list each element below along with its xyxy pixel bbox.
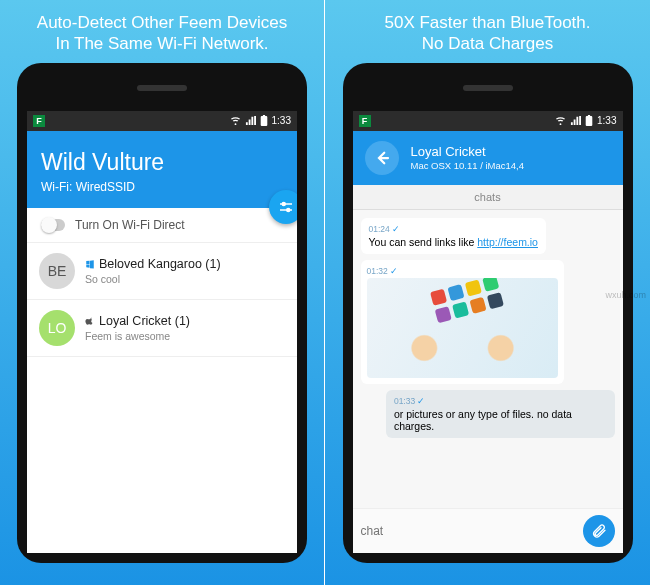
chat-app-bar: Loyal Cricket Mac OSX 10.11 / iMac14,4 xyxy=(353,131,623,185)
chat-peer-device: Mac OSX 10.11 / iMac14,4 xyxy=(411,160,525,171)
signal-icon xyxy=(570,115,581,126)
check-icon: ✓ xyxy=(417,396,425,406)
arrow-left-icon xyxy=(373,149,391,167)
svg-point-1 xyxy=(282,202,285,205)
screen-right: F 1:33 Loyal Cricket Mac OSX 10.11 / iMa… xyxy=(353,111,623,553)
wifi-ssid-label: Wi-Fi: WiredSSID xyxy=(41,180,283,194)
phone-frame-left: F 1:33 Wild Vulture Wi-Fi: WiredSSID Tur xyxy=(17,63,307,563)
wifi-icon xyxy=(230,115,241,126)
promo-panel-right: 50X Faster than BlueTooth.No Data Charge… xyxy=(325,0,650,585)
message-timestamp: 01:32✓ xyxy=(367,266,558,276)
windows-icon xyxy=(85,259,95,269)
avatar: BE xyxy=(39,253,75,289)
chat-input-bar xyxy=(353,508,623,553)
device-subtitle: So cool xyxy=(85,273,285,285)
promo-panel-left: Auto-Detect Other Feem DevicesIn The Sam… xyxy=(0,0,324,585)
svg-point-3 xyxy=(287,208,290,211)
battery-icon xyxy=(585,115,593,126)
app-bar: Wild Vulture Wi-Fi: WiredSSID xyxy=(27,131,297,208)
wifi-direct-label: Turn On Wi-Fi Direct xyxy=(75,218,185,232)
avatar: LO xyxy=(39,310,75,346)
settings-fab[interactable] xyxy=(269,190,297,224)
app-badge-icon: F xyxy=(359,115,371,127)
tab-chats[interactable]: chats xyxy=(353,185,623,210)
toggle-off-icon[interactable] xyxy=(41,219,65,231)
message-timestamp: 01:24✓ xyxy=(369,224,538,234)
message-image[interactable]: 01:32✓ xyxy=(361,260,564,384)
check-icon: ✓ xyxy=(392,224,400,234)
signal-icon xyxy=(245,115,256,126)
phone-speaker xyxy=(463,85,513,91)
device-row[interactable]: BE Beloved Kangaroo (1) So cool xyxy=(27,243,297,300)
app-icons-collage xyxy=(430,278,504,323)
device-name-title: Wild Vulture xyxy=(41,149,283,176)
link[interactable]: http://feem.io xyxy=(477,236,538,248)
screen-left: F 1:33 Wild Vulture Wi-Fi: WiredSSID Tur xyxy=(27,111,297,553)
message-incoming[interactable]: 01:24✓ You can send links like http://fe… xyxy=(361,218,546,254)
battery-icon xyxy=(260,115,268,126)
paperclip-icon xyxy=(591,523,607,539)
status-bar: F 1:33 xyxy=(353,111,623,131)
message-timestamp: 01:33✓ xyxy=(394,396,607,406)
clock: 1:33 xyxy=(272,115,291,126)
wifi-icon xyxy=(555,115,566,126)
caption-right: 50X Faster than BlueTooth.No Data Charge… xyxy=(374,0,600,63)
sliders-icon xyxy=(277,198,295,216)
check-icon: ✓ xyxy=(390,266,398,276)
apple-icon xyxy=(85,316,95,326)
clock: 1:33 xyxy=(597,115,616,126)
status-bar: F 1:33 xyxy=(27,111,297,131)
watermark: wxuh.com xyxy=(605,290,646,300)
chat-peer-name: Loyal Cricket xyxy=(411,144,525,159)
message-outgoing[interactable]: 01:33✓ or pictures or any type of files.… xyxy=(386,390,615,438)
chat-input[interactable] xyxy=(361,524,575,538)
back-button[interactable] xyxy=(365,141,399,175)
attach-button[interactable] xyxy=(583,515,615,547)
wifi-direct-toggle-row[interactable]: Turn On Wi-Fi Direct xyxy=(27,208,297,243)
image-attachment[interactable] xyxy=(367,278,558,378)
caption-left: Auto-Detect Other Feem DevicesIn The Sam… xyxy=(27,0,297,63)
device-subtitle: Feem is awesome xyxy=(85,330,285,342)
app-badge-icon: F xyxy=(33,115,45,127)
chat-body: 01:24✓ You can send links like http://fe… xyxy=(353,210,623,508)
phone-frame-right: F 1:33 Loyal Cricket Mac OSX 10.11 / iMa… xyxy=(343,63,633,563)
phone-speaker xyxy=(137,85,187,91)
device-row[interactable]: LO Loyal Cricket (1) Feem is awesome xyxy=(27,300,297,357)
